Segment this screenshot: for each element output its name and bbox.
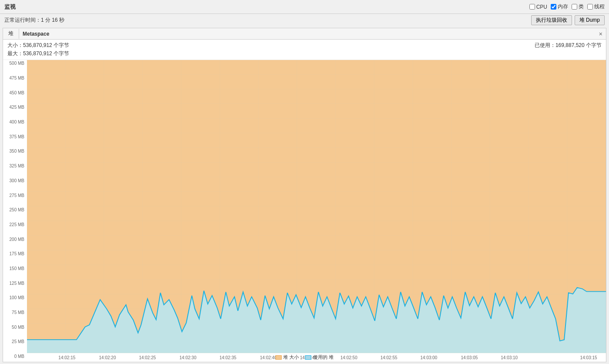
x-label-7: 14:02:50 <box>341 355 358 360</box>
y-label-325: 325 MB <box>10 164 24 168</box>
x-label-4: 14:02:35 <box>219 355 236 360</box>
y-axis: 500 MB 475 MB 450 MB 425 MB 400 MB 375 M… <box>3 60 27 353</box>
y-label-0: 0 MB <box>14 354 24 359</box>
y-label-225: 225 MB <box>10 222 24 227</box>
x-label-10: 14:03:05 <box>461 355 478 360</box>
x-label-12: 14:03:15 <box>580 355 597 360</box>
legend-used-heap-box <box>305 355 311 360</box>
uptime-text: 正常运行时间：1 分 16 秒 <box>4 17 64 24</box>
checkbox-group: CPU 内存 类 线程 <box>529 3 605 10</box>
thread-label: 线程 <box>594 3 605 10</box>
y-label-125: 125 MB <box>10 281 24 285</box>
info-row-2: 最大：536,870,912 个字节 <box>7 50 602 58</box>
dump-button[interactable]: 堆 Dump <box>575 15 605 25</box>
y-label-25: 25 MB <box>12 339 24 344</box>
y-label-450: 450 MB <box>10 90 24 95</box>
x-label-11: 14:03:10 <box>501 355 518 360</box>
chart-area: 500 MB 475 MB 450 MB 425 MB 400 MB 375 M… <box>3 60 606 362</box>
y-label-200: 200 MB <box>10 237 24 241</box>
y-label-275: 275 MB <box>10 193 24 197</box>
legend-heap-size: 堆 大小 <box>275 354 299 361</box>
x-label-0: 14:02:15 <box>58 355 75 360</box>
class-checkbox-item[interactable]: 类 <box>572 3 584 10</box>
y-label-375: 375 MB <box>10 134 24 139</box>
legend-heap-size-label: 堆 大小 <box>283 354 299 361</box>
y-label-300: 300 MB <box>10 178 24 183</box>
memory-label: 内存 <box>558 3 568 10</box>
max-value: 536,870,912 个字节 <box>23 50 69 57</box>
cpu-checkbox-item[interactable]: CPU <box>529 4 547 10</box>
max-label: 最大：536,870,912 个字节 <box>7 50 69 58</box>
main-panel: 堆 Metaspace × 大小：536,870,912 个字节 已使用：169… <box>3 28 606 362</box>
chart-legend: 堆 大小 使用的 堆 <box>275 354 333 361</box>
thread-checkbox-item[interactable]: 线程 <box>587 3 605 10</box>
close-button[interactable]: × <box>596 30 606 37</box>
panel-header: 堆 Metaspace × <box>3 28 606 40</box>
x-label-1: 14:02:20 <box>99 355 116 360</box>
used-label: 已使用：169,887,520 个字节 <box>535 41 602 50</box>
cpu-checkbox[interactable] <box>529 4 535 10</box>
size-label: 大小：536,870,912 个字节 <box>7 41 69 50</box>
y-label-50: 50 MB <box>12 324 24 329</box>
memory-chart <box>27 60 606 353</box>
panel-title: Metaspace <box>19 30 596 38</box>
legend-used-heap-label: 使用的 堆 <box>313 354 334 361</box>
x-label-9: 14:03:00 <box>420 355 437 360</box>
y-label-475: 475 MB <box>10 76 24 80</box>
x-label-8: 14:02:55 <box>380 355 397 360</box>
y-label-100: 100 MB <box>10 295 24 300</box>
thread-checkbox[interactable] <box>587 4 593 10</box>
info-row-1: 大小：536,870,912 个字节 已使用：169,887,520 个字节 <box>7 41 602 50</box>
class-label: 类 <box>579 3 584 10</box>
y-label-75: 75 MB <box>12 310 24 314</box>
panel-info: 大小：536,870,912 个字节 已使用：169,887,520 个字节 最… <box>3 40 606 60</box>
action-buttons: 执行垃圾回收 堆 Dump <box>531 15 605 25</box>
memory-checkbox[interactable] <box>551 4 556 10</box>
legend-used-heap: 使用的 堆 <box>305 354 334 361</box>
y-label-250: 250 MB <box>10 207 24 212</box>
x-label-5: 14:02:40 <box>260 355 277 360</box>
y-label-425: 425 MB <box>10 105 24 110</box>
app-title: 监视 <box>4 3 16 11</box>
memory-checkbox-item[interactable]: 内存 <box>551 3 568 10</box>
used-value: 169,887,520 个字节 <box>555 42 602 48</box>
x-label-2: 14:02:25 <box>139 355 156 360</box>
y-label-500: 500 MB <box>10 61 24 66</box>
size-value: 536,870,912 个字节 <box>23 42 69 48</box>
cpu-label: CPU <box>536 4 547 10</box>
legend-heap-size-box <box>275 355 281 360</box>
gc-button[interactable]: 执行垃圾回收 <box>531 15 572 25</box>
class-checkbox[interactable] <box>572 4 577 10</box>
top-bar: 监视 CPU 内存 类 线程 <box>0 0 609 14</box>
y-label-150: 150 MB <box>10 266 24 270</box>
y-label-400: 400 MB <box>10 120 24 124</box>
x-label-3: 14:02:30 <box>180 355 197 360</box>
uptime-bar: 正常运行时间：1 分 16 秒 执行垃圾回收 堆 Dump <box>0 14 609 26</box>
heap-tab[interactable]: 堆 <box>3 29 19 39</box>
y-label-350: 350 MB <box>10 149 24 154</box>
y-label-175: 175 MB <box>10 251 24 256</box>
